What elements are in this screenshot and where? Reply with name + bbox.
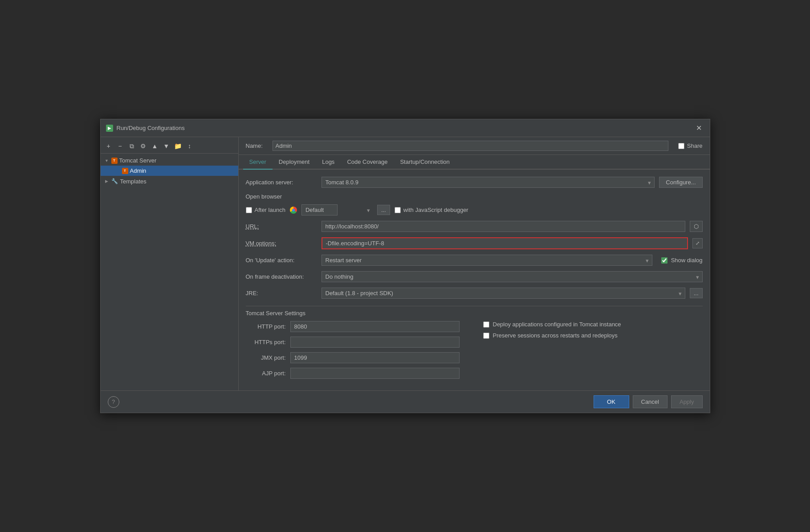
vm-expand-button[interactable]: ⤢: [692, 238, 703, 248]
admin-tomcat-icon: T: [122, 168, 128, 174]
url-label: URL:: [246, 223, 317, 230]
on-frame-select[interactable]: Do nothing Update classes and resources …: [322, 271, 703, 282]
url-browse-button[interactable]: ⬡: [690, 221, 703, 232]
after-launch-checkbox[interactable]: [246, 207, 252, 213]
share-checkbox[interactable]: [678, 143, 684, 149]
open-browser-label: Open browser: [246, 193, 703, 200]
bottom-bar: ? OK Cancel Apply: [101, 390, 710, 413]
ajp-port-label: AJP port:: [246, 370, 286, 377]
browser-ellipsis-button[interactable]: ...: [377, 205, 390, 215]
on-update-select-wrapper: Restart server Redeploy Update classes a…: [322, 255, 652, 266]
vm-options-input[interactable]: [322, 237, 688, 249]
share-row: Share: [678, 142, 703, 149]
https-port-row: HTTPs port:: [246, 337, 465, 348]
dialog-icon: ▶: [106, 125, 113, 132]
http-port-row: HTTP port:: [246, 321, 465, 332]
chrome-icon: [290, 207, 297, 214]
bottom-right-buttons: OK Cancel Apply: [594, 395, 703, 408]
on-update-select[interactable]: Restart server Redeploy Update classes a…: [322, 255, 652, 266]
deploy-apps-checkbox[interactable]: [483, 321, 489, 328]
jre-select[interactable]: Default (1.8 - project SDK): [322, 288, 685, 299]
on-frame-label: On frame deactivation:: [246, 273, 317, 280]
share-label: Share: [687, 142, 703, 149]
copy-config-button[interactable]: ⧉: [126, 141, 137, 151]
remove-config-button[interactable]: −: [115, 141, 126, 151]
cancel-button[interactable]: Cancel: [633, 395, 668, 408]
show-dialog-row: Show dialog: [661, 257, 703, 264]
ports-left: HTTP port: HTTPs port: JMX port:: [246, 321, 465, 383]
settings-columns: HTTP port: HTTPs port: JMX port:: [246, 321, 703, 383]
js-debugger-checkbox[interactable]: [395, 207, 401, 213]
expand-icon: ▼: [104, 158, 110, 163]
name-input[interactable]: [273, 141, 668, 151]
move-up-button[interactable]: ▲: [150, 141, 160, 151]
jre-select-wrapper: Default (1.8 - project SDK): [322, 288, 685, 299]
preserve-sessions-label: Preserve sessions across restarts and re…: [493, 332, 618, 339]
help-button[interactable]: ?: [108, 396, 119, 408]
settings-button[interactable]: ⚙: [138, 141, 149, 151]
ajp-port-row: AJP port:: [246, 368, 465, 379]
http-port-input[interactable]: [290, 321, 460, 332]
preserve-sessions-checkbox[interactable]: [483, 333, 489, 339]
ajp-port-input[interactable]: [290, 368, 460, 379]
show-dialog-checkbox[interactable]: [661, 257, 668, 264]
tomcat-settings-section: Tomcat Server Settings HTTP port: HTTPs …: [246, 310, 703, 383]
run-debug-dialog: ▶ Run/Debug Configurations ✕ + − ⧉ ⚙ ▲ ▼…: [100, 119, 710, 413]
tab-startup-connection[interactable]: Startup/Connection: [394, 155, 456, 170]
browser-row: After launch Default Chrome Firefox: [246, 204, 703, 215]
wrench-icon: 🔧: [111, 178, 118, 185]
open-browser-section: Open browser After launch Default Chro: [246, 193, 703, 215]
templates-expand-icon: ▶: [104, 179, 110, 184]
folder-button[interactable]: 📁: [173, 141, 183, 151]
sidebar: + − ⧉ ⚙ ▲ ▼ 📁 ↕ ▼ T Tomcat Server T: [101, 137, 239, 390]
ok-button[interactable]: OK: [594, 395, 629, 408]
tree-item-templates[interactable]: ▶ 🔧 Templates: [101, 176, 238, 187]
jre-label: JRE:: [246, 290, 317, 296]
url-row: URL: ⬡: [246, 221, 703, 232]
tomcat-icon: T: [111, 158, 118, 164]
ports-right: Deploy applications configured in Tomcat…: [483, 321, 703, 383]
tree-item-admin[interactable]: T Admin: [101, 166, 238, 176]
on-update-label: On 'Update' action:: [246, 257, 317, 264]
templates-label: Templates: [120, 178, 147, 185]
admin-label: Admin: [130, 167, 147, 174]
name-label: Name:: [246, 142, 268, 149]
app-server-row: Application server: Tomcat 8.0.9 Configu…: [246, 177, 703, 188]
deploy-apps-label: Deploy applications configured in Tomcat…: [493, 321, 621, 328]
https-port-input[interactable]: [290, 337, 460, 348]
jmx-port-input[interactable]: [290, 352, 460, 363]
tab-server[interactable]: Server: [243, 155, 273, 170]
app-server-label: Application server:: [246, 179, 317, 186]
deploy-apps-row: Deploy applications configured in Tomcat…: [483, 321, 703, 328]
add-config-button[interactable]: +: [103, 141, 114, 151]
title-bar-left: ▶ Run/Debug Configurations: [106, 125, 185, 132]
http-port-label: HTTP port:: [246, 323, 286, 330]
tab-logs[interactable]: Logs: [316, 155, 341, 170]
browser-select[interactable]: Default Chrome Firefox: [301, 204, 338, 215]
tab-deployment[interactable]: Deployment: [273, 155, 316, 170]
vm-options-label: VM options:: [246, 240, 317, 247]
tomcat-server-label: Tomcat Server: [119, 157, 157, 164]
apply-button[interactable]: Apply: [671, 395, 703, 408]
https-port-label: HTTPs port:: [246, 339, 286, 345]
on-frame-row: On frame deactivation: Do nothing Update…: [246, 271, 703, 282]
sort-button[interactable]: ↕: [184, 141, 195, 151]
tabs-bar: Server Deployment Logs Code Coverage Sta…: [239, 155, 710, 170]
tomcat-settings-label: Tomcat Server Settings: [246, 310, 703, 317]
jmx-port-row: JMX port:: [246, 352, 465, 363]
after-launch-checkbox-label: After launch: [246, 207, 285, 213]
tree-item-tomcat-server[interactable]: ▼ T Tomcat Server: [101, 155, 238, 166]
form-area: Application server: Tomcat 8.0.9 Configu…: [239, 170, 710, 390]
title-bar: ▶ Run/Debug Configurations ✕: [101, 119, 710, 137]
close-button[interactable]: ✕: [693, 123, 704, 133]
jre-row: JRE: Default (1.8 - project SDK) ...: [246, 288, 703, 299]
configure-button[interactable]: Configure...: [659, 177, 702, 188]
tab-code-coverage[interactable]: Code Coverage: [341, 155, 394, 170]
move-down-button[interactable]: ▼: [161, 141, 172, 151]
jre-browse-button[interactable]: ...: [690, 288, 703, 298]
js-debugger-checkbox-label: with JavaScript debugger: [395, 207, 468, 213]
app-server-select-wrapper: Tomcat 8.0.9: [322, 177, 655, 188]
app-server-select[interactable]: Tomcat 8.0.9: [322, 177, 655, 188]
url-input[interactable]: [322, 221, 685, 232]
after-launch-label: After launch: [255, 207, 285, 213]
